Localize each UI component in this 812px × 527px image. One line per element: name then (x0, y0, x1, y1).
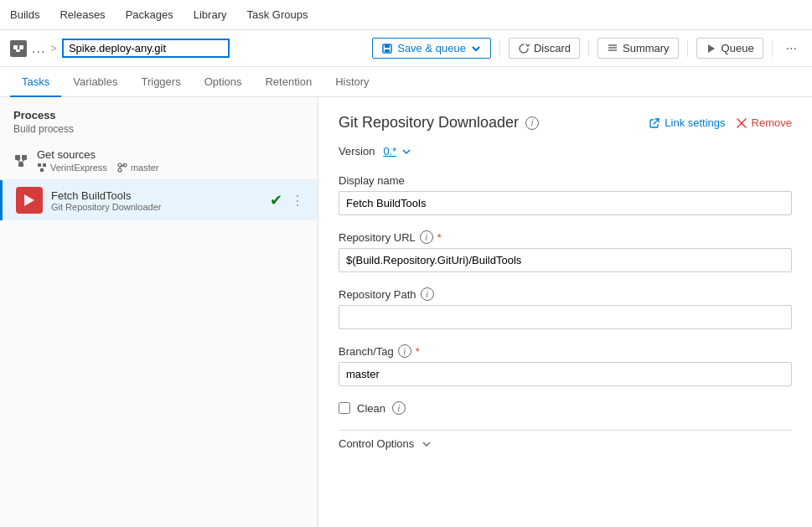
svg-rect-11 (22, 155, 27, 160)
version-row: Version 0.* (339, 145, 792, 158)
task-name: Fetch BuildTools (51, 189, 261, 202)
control-options-row[interactable]: Control Options (339, 430, 792, 457)
task-details: Fetch BuildTools Git Repository Download… (51, 189, 261, 212)
repo-path-label: Repository Path i (339, 287, 792, 301)
remove-button[interactable]: Remove (736, 116, 792, 129)
repo-path-input[interactable] (339, 305, 792, 329)
panel-header: Git Repository Downloader i Link setting… (339, 114, 792, 132)
display-name-label: Display name (339, 174, 792, 187)
svg-line-13 (18, 160, 21, 163)
svg-point-19 (118, 168, 122, 172)
nav-task-groups[interactable]: Task Groups (246, 8, 308, 21)
svg-rect-17 (40, 168, 44, 172)
breadcrumb-separator: > (50, 42, 57, 54)
svg-rect-0 (13, 45, 18, 49)
save-queue-button[interactable]: Save & queue (372, 38, 491, 59)
get-sources-details: Get sources VerintExpress (37, 148, 304, 173)
repo-url-required: * (437, 231, 442, 244)
panel-actions: Link settings Remove (649, 116, 792, 129)
panel-title-text: Git Repository Downloader (339, 114, 519, 132)
svg-rect-15 (38, 163, 41, 167)
task-more-icon[interactable]: ⋮ (291, 193, 304, 209)
pipeline-name-input[interactable] (62, 39, 230, 58)
get-sources-meta: VerintExpress master (37, 163, 304, 173)
sources-icon (13, 153, 28, 168)
svg-rect-5 (385, 49, 390, 52)
remove-label: Remove (752, 116, 792, 129)
svg-marker-21 (24, 194, 34, 206)
nav-releases[interactable]: Releases (59, 8, 105, 21)
clean-checkbox[interactable] (339, 402, 350, 414)
repo-url-group: Repository URL i * (339, 230, 792, 272)
branch-tag-input[interactable] (339, 362, 792, 386)
nav-builds[interactable]: Builds (10, 8, 39, 21)
svg-rect-1 (19, 45, 23, 49)
display-name-group: Display name (339, 174, 792, 215)
repo-url-input[interactable] (339, 248, 792, 272)
breadcrumb-more[interactable]: ... (32, 41, 45, 56)
tab-options[interactable]: Options (193, 67, 254, 97)
fetch-buildtools-item[interactable]: Fetch BuildTools Git Repository Download… (0, 180, 318, 220)
branch-tag-info-icon[interactable]: i (398, 344, 411, 358)
svg-rect-16 (43, 163, 46, 167)
source-repo: VerintExpress (37, 163, 107, 173)
source-branch-name: master (131, 163, 159, 173)
repo-url-label: Repository URL i * (339, 230, 792, 244)
svg-rect-2 (16, 49, 20, 52)
tab-retention[interactable]: Retention (253, 67, 323, 97)
toolbar-divider2 (588, 40, 589, 57)
tabs-bar: Tasks Variables Triggers Options Retenti… (0, 67, 812, 97)
task-check-icon: ✔ (270, 191, 282, 209)
tab-triggers[interactable]: Triggers (129, 67, 192, 97)
nav-packages[interactable]: Packages (126, 8, 173, 21)
panel-title: Git Repository Downloader i (339, 114, 539, 132)
version-select[interactable]: 0.* (383, 145, 411, 158)
repo-url-info-icon[interactable]: i (420, 230, 433, 244)
version-value: 0.* (383, 145, 396, 158)
display-name-input[interactable] (339, 191, 792, 215)
task-type: Git Repository Downloader (51, 202, 261, 212)
title-info-icon[interactable]: i (525, 116, 539, 130)
source-repo-name: VerintExpress (50, 163, 107, 173)
process-title: Process (13, 109, 304, 121)
process-section: Process Build process (0, 97, 318, 142)
nav-library[interactable]: Library (194, 8, 227, 21)
summary-label: Summary (623, 42, 670, 54)
process-subtitle: Build process (13, 123, 304, 135)
save-queue-label: Save & queue (397, 42, 466, 54)
right-panel: Git Repository Downloader i Link setting… (318, 97, 812, 527)
toolbar-divider4 (772, 40, 773, 57)
branch-tag-group: Branch/Tag i * (339, 344, 792, 386)
tab-variables[interactable]: Variables (61, 67, 129, 97)
toolbar-divider3 (687, 40, 688, 57)
clean-row: Clean i (339, 401, 792, 415)
discard-label: Discard (534, 42, 571, 54)
clean-info-icon[interactable]: i (392, 401, 406, 415)
tab-tasks[interactable]: Tasks (10, 67, 61, 97)
more-options-icon[interactable]: ··· (781, 38, 802, 59)
repo-path-info-icon[interactable]: i (421, 287, 434, 301)
link-settings-label: Link settings (665, 116, 725, 129)
discard-button[interactable]: Discard (509, 38, 580, 59)
left-panel: Process Build process Get sources (0, 97, 318, 527)
svg-line-22 (654, 119, 659, 124)
pipeline-icon (10, 40, 27, 57)
get-sources-item[interactable]: Get sources VerintExpress (0, 142, 318, 180)
clean-label[interactable]: Clean (357, 402, 385, 415)
source-branch: master (117, 163, 159, 173)
version-label: Version (339, 145, 375, 158)
summary-button[interactable]: Summary (597, 38, 679, 59)
branch-tag-label: Branch/Tag i * (339, 344, 792, 358)
link-settings-button[interactable]: Link settings (649, 116, 725, 129)
breadcrumb-bar: ... > Save & queue Discard Summary (0, 30, 812, 67)
svg-rect-4 (385, 44, 390, 48)
queue-button[interactable]: Queue (696, 38, 763, 59)
task-icon (16, 187, 43, 214)
toolbar-divider (499, 40, 500, 57)
tab-history[interactable]: History (323, 67, 380, 97)
svg-line-14 (21, 160, 24, 163)
branch-tag-required: * (416, 345, 420, 358)
control-options-label: Control Options (339, 437, 414, 450)
get-sources-name: Get sources (37, 148, 304, 161)
svg-rect-12 (18, 163, 23, 167)
